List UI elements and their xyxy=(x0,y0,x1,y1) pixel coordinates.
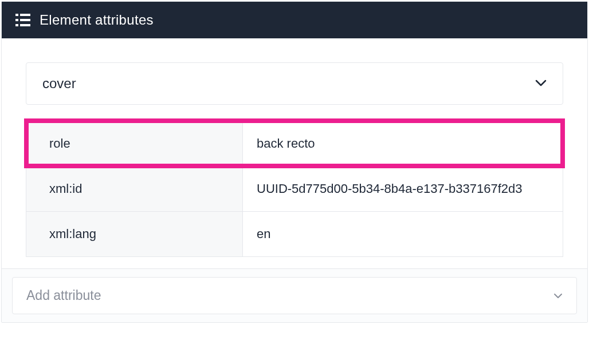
panel-content: cover role back recto xml:id UUID-5d775d… xyxy=(2,38,587,268)
element-select[interactable]: cover xyxy=(26,62,563,105)
attribute-row[interactable]: xml:id UUID-5d775d00-5b34-8b4a-e137-b337… xyxy=(26,166,563,211)
panel-title: Element attributes xyxy=(40,12,154,28)
attribute-name: role xyxy=(26,121,243,166)
panel-footer: Add attribute xyxy=(2,268,587,322)
svg-rect-4 xyxy=(15,24,18,26)
chevron-down-icon xyxy=(535,78,547,89)
svg-rect-3 xyxy=(20,19,30,21)
attribute-name: xml:lang xyxy=(26,212,243,256)
attribute-row[interactable]: xml:lang en xyxy=(26,211,563,256)
list-icon xyxy=(15,14,30,26)
element-select-value: cover xyxy=(42,76,76,92)
attributes-table: role back recto xml:id UUID-5d775d00-5b3… xyxy=(26,121,563,257)
element-attributes-panel: Element attributes cover role back recto… xyxy=(1,1,588,323)
svg-rect-5 xyxy=(20,24,30,26)
panel-header: Element attributes xyxy=(2,2,587,38)
svg-rect-1 xyxy=(20,14,30,16)
svg-rect-2 xyxy=(15,19,18,21)
add-attribute-label: Add attribute xyxy=(26,288,101,303)
attribute-value: en xyxy=(243,212,563,256)
attribute-value: back recto xyxy=(243,121,563,166)
attribute-name: xml:id xyxy=(26,167,243,211)
add-attribute-select[interactable]: Add attribute xyxy=(12,277,577,314)
attribute-value: UUID-5d775d00-5b34-8b4a-e137-b337167f2d3 xyxy=(243,167,563,211)
attribute-row[interactable]: role back recto xyxy=(26,121,563,166)
svg-rect-0 xyxy=(15,14,18,16)
chevron-down-icon xyxy=(553,291,563,301)
